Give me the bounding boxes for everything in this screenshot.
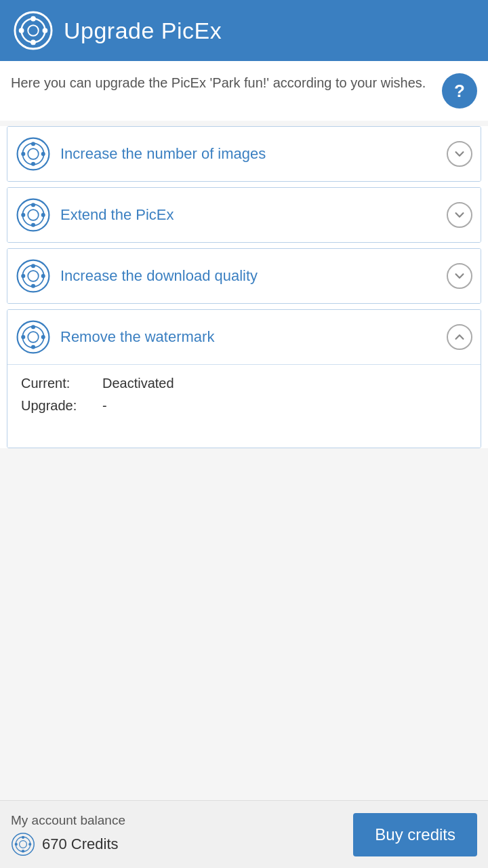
svg-point-13 [21, 152, 25, 156]
svg-point-24 [31, 264, 35, 268]
current-value: Deactivated [102, 376, 174, 391]
accordion-header-watermark[interactable]: Remove the watermark [7, 310, 481, 364]
accordion-item-images: Increase the number of images [7, 126, 481, 182]
help-icon: ? [454, 82, 465, 100]
svg-point-5 [30, 40, 36, 45]
svg-point-36 [16, 837, 30, 852]
svg-point-15 [22, 204, 43, 225]
accordion-icon-images [16, 136, 51, 172]
svg-point-1 [22, 19, 45, 43]
accordion-label-quality: Increase the download quality [60, 267, 447, 285]
svg-point-22 [22, 265, 43, 286]
accordion-item-watermark: Remove the watermark Current: Deactivate… [7, 309, 481, 448]
upgrade-label: Upgrade: [21, 398, 102, 414]
description-area: Here you can upgrade the PicEx 'Park fun… [0, 61, 488, 121]
svg-point-33 [31, 345, 35, 349]
accordion-icon-watermark [16, 319, 51, 355]
accordion-icon-extend [16, 197, 51, 233]
current-row: Current: Deactivated [21, 376, 467, 391]
svg-point-8 [22, 143, 43, 164]
svg-point-17 [31, 203, 35, 207]
buy-credits-button[interactable]: Buy credits [353, 813, 477, 856]
svg-point-37 [20, 840, 27, 848]
current-label: Current: [21, 376, 102, 391]
svg-point-20 [21, 213, 25, 217]
chevron-down-icon-images [447, 141, 472, 167]
page-title: Upgrade PicEx [64, 18, 222, 44]
credits-icon [11, 832, 35, 856]
upgrade-row: Upgrade: - [21, 398, 467, 414]
accordion-label-images: Increase the number of images [60, 145, 447, 163]
chevron-up-icon-watermark [447, 324, 472, 350]
svg-point-27 [21, 274, 25, 278]
svg-point-26 [31, 284, 35, 288]
accordion-item-quality: Increase the download quality [7, 248, 481, 304]
description-text: Here you can upgrade the PicEx 'Park fun… [11, 73, 442, 92]
app-header: Upgrade PicEx [0, 0, 488, 61]
accordion-container: Increase the number of images Extend the… [0, 126, 488, 448]
accordion-label-extend: Extend the PicEx [60, 206, 447, 224]
svg-point-6 [19, 28, 24, 33]
svg-point-18 [41, 213, 45, 217]
svg-point-25 [41, 274, 45, 278]
svg-point-31 [31, 325, 35, 329]
accordion-item-extend: Extend the PicEx [7, 187, 481, 243]
chevron-down-icon-extend [447, 202, 472, 228]
accordion-header-quality[interactable]: Increase the download quality [7, 249, 481, 303]
svg-point-29 [22, 326, 43, 347]
picex-logo-icon [14, 11, 53, 50]
svg-point-11 [41, 152, 45, 156]
svg-point-32 [41, 335, 45, 339]
svg-point-41 [15, 842, 18, 845]
svg-point-9 [28, 149, 39, 159]
accordion-content-watermark: Current: Deactivated Upgrade: - [7, 364, 481, 448]
balance-amount: 670 Credits [11, 832, 125, 856]
help-button[interactable]: ? [442, 73, 477, 108]
footer: My account balance 670 Credits Buy credi… [0, 800, 488, 868]
svg-point-10 [31, 142, 35, 146]
accordion-header-extend[interactable]: Extend the PicEx [7, 188, 481, 242]
svg-point-39 [28, 842, 31, 845]
svg-point-12 [31, 162, 35, 166]
balance-label: My account balance [11, 813, 125, 828]
svg-point-2 [28, 25, 38, 35]
svg-point-40 [22, 850, 24, 852]
svg-point-38 [22, 835, 24, 838]
svg-point-4 [43, 28, 48, 33]
upgrade-value: - [102, 398, 107, 414]
accordion-header-images[interactable]: Increase the number of images [7, 127, 481, 181]
accordion-label-watermark: Remove the watermark [60, 328, 447, 346]
balance-section: My account balance 670 Credits [11, 813, 125, 856]
svg-point-23 [28, 271, 39, 281]
svg-point-19 [31, 223, 35, 227]
accordion-icon-quality [16, 258, 51, 294]
balance-amount-text: 670 Credits [42, 835, 119, 853]
svg-point-34 [21, 335, 25, 339]
svg-point-30 [28, 332, 39, 342]
chevron-down-icon-quality [447, 263, 472, 289]
svg-point-3 [30, 16, 36, 22]
svg-point-16 [28, 210, 39, 220]
